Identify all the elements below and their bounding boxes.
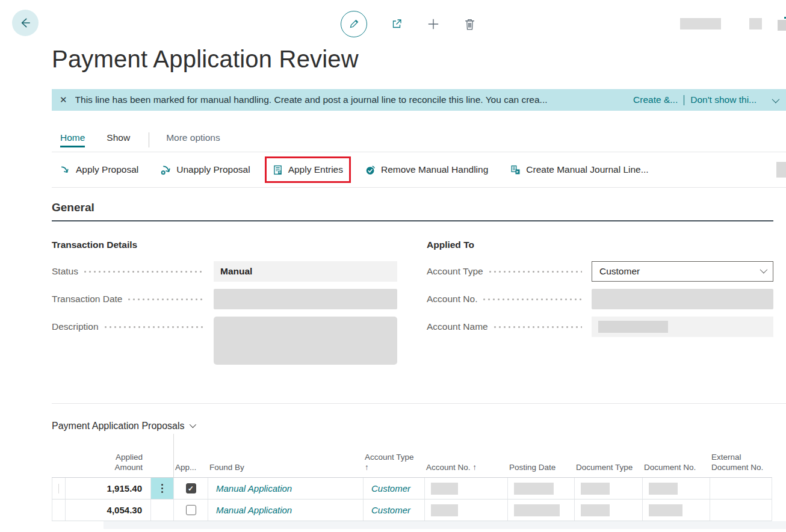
row-menu-cell[interactable]	[150, 500, 173, 521]
transaction-details-group: Transaction Details Status Manual Transa…	[52, 240, 397, 372]
account-type-cell[interactable]: Customer	[363, 500, 424, 521]
divider	[52, 403, 786, 404]
frozen-pane-divider	[173, 434, 174, 477]
tab-home[interactable]: Home	[60, 132, 85, 147]
notification-message: This line has been marked for manual han…	[75, 94, 624, 105]
notification-actions: Create &... Don't show thi...	[633, 94, 757, 105]
payment-application-review-page: Payment Application Review ✕ This line h…	[0, 0, 786, 532]
column-account-no[interactable]: Account No. ↑	[424, 462, 507, 472]
remove-manual-handling-button[interactable]: Remove Manual Handling	[365, 164, 488, 175]
redacted-value	[581, 483, 610, 495]
vertical-ellipsis-icon	[161, 487, 163, 489]
account-type-label: Account Type	[427, 266, 483, 277]
applied-amount-cell[interactable]: 1,915.40	[65, 478, 150, 499]
found-by-cell[interactable]: Manual Application	[208, 500, 363, 521]
redacted-value	[649, 504, 682, 516]
redacted-value	[514, 483, 554, 495]
column-account-type[interactable]: Account Type ↑	[363, 452, 424, 472]
create-manual-journal-line-button[interactable]: Create Manual Journal Line...	[510, 164, 648, 175]
applied-to-group: Applied To Account Type Customer Account…	[427, 240, 773, 372]
table-row[interactable]: 4,054.30 Manual Application Customer	[52, 500, 772, 521]
redacted-toolbar-item	[776, 162, 786, 178]
posting-date-cell[interactable]	[507, 500, 574, 521]
apply-proposal-button[interactable]: Apply Proposal	[60, 164, 138, 175]
redacted-value	[431, 483, 458, 495]
applied-checkbox[interactable]	[186, 483, 196, 493]
close-icon[interactable]: ✕	[60, 94, 67, 105]
transaction-date-redacted-value	[214, 289, 397, 309]
column-document-no[interactable]: Document No.	[642, 462, 710, 472]
account-no-cell[interactable]	[424, 478, 507, 499]
general-section-header[interactable]: General	[52, 201, 773, 221]
applied-amount-cell[interactable]: 4,054.30	[65, 500, 150, 521]
general-fields: Transaction Details Status Manual Transa…	[52, 240, 773, 372]
account-name-label: Account Name	[427, 321, 488, 332]
dont-show-link[interactable]: Don't show thi...	[690, 94, 757, 105]
share-button[interactable]	[390, 17, 403, 31]
transaction-date-field-row: Transaction Date	[52, 289, 397, 309]
redacted-value	[649, 483, 678, 495]
found-by-cell[interactable]: Manual Application	[208, 478, 363, 499]
create-link[interactable]: Create &...	[633, 94, 678, 105]
external-document-no-cell[interactable]	[710, 500, 772, 521]
transaction-details-heading: Transaction Details	[52, 240, 397, 250]
pencil-icon	[348, 18, 360, 30]
table-footer-strip	[104, 521, 786, 529]
applied-to-heading: Applied To	[427, 240, 773, 250]
account-no-cell[interactable]	[424, 500, 507, 521]
apply-proposal-label: Apply Proposal	[76, 164, 138, 175]
transaction-date-label: Transaction Date	[52, 294, 122, 305]
divider	[149, 132, 149, 147]
proposals-heading: Payment Application Proposals	[52, 421, 185, 431]
proposals-section-header[interactable]: Payment Application Proposals	[52, 421, 786, 431]
row-selector-cell[interactable]	[52, 478, 65, 499]
column-external-document-no[interactable]: External Document No.	[710, 452, 772, 472]
column-document-type[interactable]: Document Type	[574, 462, 642, 472]
trash-icon	[463, 17, 476, 31]
arrow-left-icon	[19, 16, 32, 29]
row-selector-cell[interactable]	[52, 500, 65, 521]
table-row[interactable]: 1,915.40 Manual Application Customer	[52, 478, 772, 500]
column-applied-amount[interactable]: Applied Amount	[65, 452, 150, 472]
redacted-header-icon	[749, 18, 762, 29]
account-type-value: Customer	[599, 266, 640, 277]
column-applied[interactable]: App...	[173, 462, 208, 472]
account-no-field-row: Account No.	[427, 289, 773, 309]
account-no-redacted-value	[592, 289, 773, 309]
redacted-value	[581, 504, 610, 516]
back-button[interactable]	[12, 10, 39, 36]
add-button[interactable]	[426, 17, 441, 31]
unapply-proposal-button[interactable]: Unapply Proposal	[161, 164, 250, 175]
action-menu: Home Show More options	[60, 132, 786, 148]
plus-icon	[426, 17, 441, 31]
account-type-cell[interactable]: Customer	[363, 478, 424, 499]
status-value: Manual	[220, 266, 252, 277]
curved-arrow-icon	[60, 165, 70, 175]
column-posting-date[interactable]: Posting Date	[507, 462, 574, 472]
apply-entries-button[interactable]: Apply Entries	[273, 164, 343, 175]
account-no-label: Account No.	[427, 294, 477, 305]
delete-button[interactable]	[463, 17, 476, 31]
row-menu-cell[interactable]	[150, 478, 173, 499]
external-document-no-cell[interactable]	[710, 478, 772, 499]
dotted-leader	[489, 271, 582, 273]
chevron-down-icon[interactable]	[772, 94, 778, 105]
document-type-cell[interactable]	[574, 500, 642, 521]
redacted-value	[431, 504, 458, 516]
create-manual-journal-line-label: Create Manual Journal Line...	[526, 164, 648, 175]
column-found-by[interactable]: Found By	[208, 462, 363, 472]
toolbar: Apply Proposal Unapply Proposal Apply En…	[60, 152, 786, 187]
edit-button[interactable]	[341, 11, 367, 37]
more-options-menu[interactable]: More options	[166, 132, 220, 147]
account-type-select[interactable]: Customer	[592, 261, 773, 282]
proposals-table-header: Applied Amount App... Found By Account T…	[52, 434, 772, 477]
document-no-cell[interactable]	[642, 478, 710, 499]
dotted-leader	[483, 298, 582, 300]
description-label: Description	[52, 321, 99, 332]
document-no-cell[interactable]	[642, 500, 710, 521]
account-name-redacted-value	[598, 321, 668, 333]
tab-show[interactable]: Show	[107, 132, 130, 147]
posting-date-cell[interactable]	[507, 478, 574, 499]
applied-checkbox[interactable]	[186, 505, 196, 515]
document-type-cell[interactable]	[574, 478, 642, 499]
